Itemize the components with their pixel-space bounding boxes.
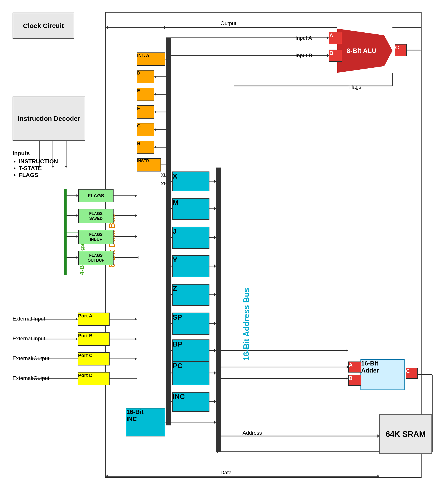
svg-marker-18 [154,75,156,78]
svg-marker-104 [135,235,137,238]
flags-inbuf-reg: FLAGSINBUF [78,230,114,244]
svg-rect-90 [64,189,67,275]
svg-marker-40 [214,236,216,239]
svg-marker-36 [214,207,216,210]
input-b-label: Input B [295,52,312,59]
ext-input-2-label: External Input [12,336,45,342]
ext-input-1-label: External Input [12,316,45,322]
flags-reg: FLAGS [78,189,114,202]
svg-marker-74 [214,420,216,424]
svg-marker-83 [106,475,108,478]
svg-marker-96 [76,235,78,238]
svg-marker-32 [214,180,216,183]
svg-marker-60 [170,371,172,375]
alu-block: 8-Bit ALU [337,29,392,73]
reg-m: M [172,198,209,220]
alu-input-a: A [329,32,342,44]
svg-marker-125 [164,26,166,29]
flags-label: Flags [348,84,361,90]
reg-h: H [137,141,154,154]
adder-input-b: B [348,375,361,386]
instruction-decoder-block: Instruction Decoder [12,97,85,141]
clock-circuit-block: Clock Circuit [12,12,74,39]
svg-marker-70 [214,400,216,403]
alu-label: 8-Bit ALU [347,47,376,54]
svg-marker-20 [154,93,156,96]
port-b: Port B [78,332,110,346]
ext-output-1-label: External Output [12,355,49,361]
reg-instr: INSTR. [137,158,161,172]
reg-f: F [137,105,154,119]
svg-marker-121 [135,357,137,360]
reg-z: Z [172,284,209,306]
reg-pc: PC [172,361,209,385]
svg-marker-38 [170,236,172,239]
ext-output-2-label: External Output [12,375,49,381]
svg-marker-52 [214,322,216,325]
svg-marker-82 [377,475,379,478]
port-c: Port C [78,352,110,366]
svg-marker-46 [170,293,172,296]
reg-bp: BP [172,339,209,361]
svg-marker-30 [170,180,172,183]
reg-j: J [172,227,209,249]
svg-marker-94 [76,214,78,217]
reg-d: D [137,70,154,83]
svg-marker-48 [214,293,216,296]
adder-output-c: C [406,368,418,379]
svg-marker-24 [154,128,156,131]
svg-marker-4 [106,26,108,29]
adder-16bit-block: 16-BitAdder [360,359,405,390]
svg-marker-98 [76,256,78,259]
svg-marker-111 [76,338,78,340]
svg-marker-109 [76,318,78,321]
port-a: Port A [78,313,110,326]
reg-g: G [137,123,154,136]
diagram: Clock Circuit Instruction Decoder Inputs… [0,0,448,492]
svg-marker-100 [135,194,137,197]
alu-output-c: C [395,44,407,56]
reg-xh-label: XH [161,181,167,186]
svg-marker-64 [347,366,348,369]
svg-marker-66 [347,377,348,380]
reg-inc: INC [172,392,209,412]
svg-marker-80 [377,434,379,438]
svg-marker-26 [154,146,156,149]
input-item-tstate: T-STATE [19,165,58,172]
svg-marker-58 [347,349,348,352]
input-a-label: Input A [295,35,312,41]
svg-rect-2 [216,167,221,452]
flags-outbuf-reg: FLAGSOUTBUF [78,251,114,265]
svg-marker-8 [327,54,329,57]
svg-marker-106 [137,256,138,259]
reg-xl-label: XL [161,173,167,178]
data-label: Data [220,470,232,476]
inputs-heading: Inputs [12,150,58,157]
reg-sp: SP [172,313,209,335]
svg-marker-119 [135,338,137,340]
svg-marker-44 [214,265,216,268]
svg-marker-50 [170,322,172,325]
inputs-section: Inputs INSTRUCTION T-STATE FLAGS [12,150,58,179]
reg-y: Y [172,255,209,277]
address-bus-label: 16-Bit Address Bus [242,247,251,401]
address-label: Address [242,430,262,436]
svg-marker-42 [170,265,172,268]
flags-saved-reg: FLAGSSAVED [78,209,114,223]
svg-marker-22 [154,111,156,113]
svg-marker-68 [170,400,172,403]
port-d: Port D [78,372,110,385]
input-item-instruction: INSTRUCTION [19,158,58,165]
input-item-flags: FLAGS [19,172,58,179]
alu-input-b: B [329,50,342,62]
svg-marker-89 [65,166,68,167]
sram-block: 64K SRAM [379,414,432,454]
inc-16bit-block: 16-BitINC [126,408,165,436]
svg-marker-34 [170,207,172,210]
svg-rect-1 [166,38,171,425]
svg-marker-102 [135,214,137,217]
output-label: Output [220,20,236,26]
svg-marker-78 [216,450,218,453]
svg-marker-117 [135,318,137,321]
svg-marker-62 [214,371,216,375]
